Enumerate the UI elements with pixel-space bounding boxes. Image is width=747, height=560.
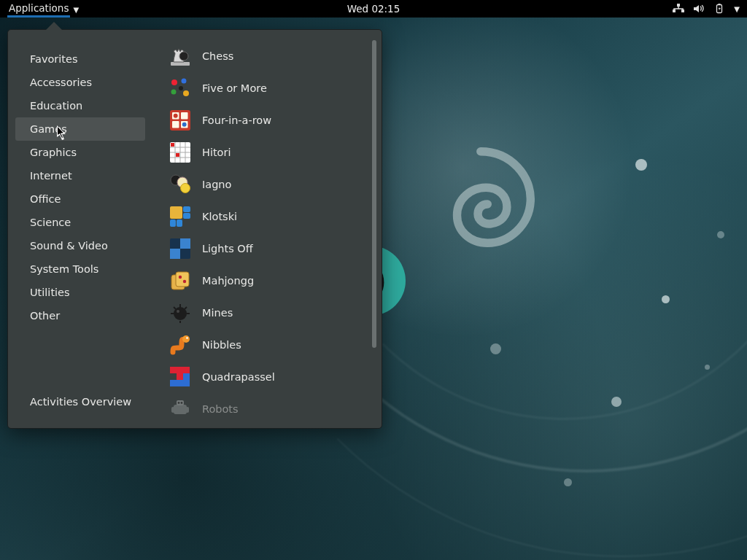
app-label: Quadrapassel — [202, 371, 275, 383]
activities-overview-button[interactable]: Activities Overview — [15, 389, 145, 415]
decor-dot — [611, 397, 622, 407]
category-list: FavoritesAccessoriesEducationGamesGraphi… — [8, 30, 152, 428]
app-launcher-item[interactable]: Iagno — [152, 168, 368, 201]
svg-rect-10 — [673, 9, 676, 12]
battery-icon[interactable] — [714, 4, 724, 14]
category-item[interactable]: Accessories — [15, 71, 145, 94]
app-label: Robots — [202, 403, 239, 415]
volume-icon[interactable] — [694, 4, 705, 14]
svg-rect-13 — [719, 4, 721, 5]
app-label: Iagno — [202, 179, 231, 190]
robots-icon — [170, 399, 190, 418]
app-label: Klotski — [202, 211, 237, 222]
chevron-down-icon: ▼ — [73, 4, 79, 14]
applications-menu-button[interactable]: Applications — [7, 0, 70, 18]
app-launcher-item[interactable]: Quadrapassel — [152, 361, 368, 393]
category-item[interactable]: Games — [15, 117, 145, 141]
quadrapassel-icon — [170, 367, 190, 387]
app-label: Five or More — [202, 82, 267, 94]
nibbles-icon — [170, 335, 190, 355]
app-launcher-item[interactable]: Nibbles — [152, 329, 368, 361]
app-launcher-item[interactable]: Robots — [152, 393, 368, 418]
category-item[interactable]: Utilities — [15, 281, 145, 304]
app-launcher-item[interactable]: Hitori — [152, 136, 368, 168]
scrollbar[interactable] — [372, 40, 376, 348]
five-dots-icon — [170, 78, 190, 98]
mines-icon — [170, 303, 190, 323]
klotski-icon — [170, 206, 190, 227]
decor-dot — [564, 478, 572, 486]
top-bar: Applications ▼ Wed 02:15 ▼ — [0, 0, 747, 18]
app-label: Mines — [202, 307, 233, 319]
lights-off-icon — [170, 238, 190, 259]
debian-swirl-icon — [409, 135, 547, 273]
iagno-icon — [170, 174, 190, 195]
applications-menu-panel: FavoritesAccessoriesEducationGamesGraphi… — [7, 29, 382, 429]
category-item[interactable]: System Tools — [15, 257, 145, 281]
category-item[interactable]: Science — [15, 211, 145, 234]
decor-dot — [717, 231, 724, 238]
decor-dot — [662, 295, 670, 303]
decor-dot — [705, 365, 710, 370]
four-grid-icon — [170, 110, 190, 131]
application-list: ChessFive or MoreFour-in-a-rowHitoriIagn… — [152, 30, 382, 428]
app-launcher-item[interactable]: Four-in-a-row — [152, 104, 368, 136]
svg-rect-9 — [677, 4, 680, 7]
chevron-down-icon[interactable]: ▼ — [734, 5, 740, 13]
app-launcher-item[interactable]: Klotski — [152, 201, 368, 233]
app-label: Four-in-a-row — [202, 114, 271, 126]
category-item[interactable]: Favorites — [15, 47, 145, 71]
chess-icon — [170, 46, 190, 66]
system-status-area[interactable]: ▼ — [673, 0, 740, 18]
svg-rect-11 — [681, 9, 684, 12]
hitori-grid-icon — [170, 142, 190, 163]
category-item[interactable]: Education — [15, 94, 145, 117]
category-item[interactable]: Sound & Video — [15, 234, 145, 257]
app-launcher-item[interactable]: Chess — [152, 40, 368, 72]
category-item[interactable]: Office — [15, 187, 145, 211]
decor-dot — [490, 343, 501, 354]
clock[interactable]: Wed 02:15 — [347, 3, 400, 15]
app-launcher-item[interactable]: Five or More — [152, 72, 368, 104]
category-item[interactable]: Other — [15, 304, 145, 327]
category-item[interactable]: Graphics — [15, 141, 145, 164]
app-label: Mahjongg — [202, 275, 254, 287]
network-icon[interactable] — [673, 4, 684, 14]
app-label: Chess — [202, 50, 233, 62]
app-launcher-item[interactable]: Mines — [152, 297, 368, 329]
app-label: Nibbles — [202, 339, 241, 351]
app-label: Hitori — [202, 147, 231, 158]
app-launcher-item[interactable]: Mahjongg — [152, 265, 368, 297]
mahjongg-icon — [170, 271, 190, 291]
app-label: Lights Off — [202, 243, 253, 254]
app-launcher-item[interactable]: Lights Off — [152, 233, 368, 265]
decor-dot — [635, 159, 647, 171]
category-item[interactable]: Internet — [15, 164, 145, 187]
